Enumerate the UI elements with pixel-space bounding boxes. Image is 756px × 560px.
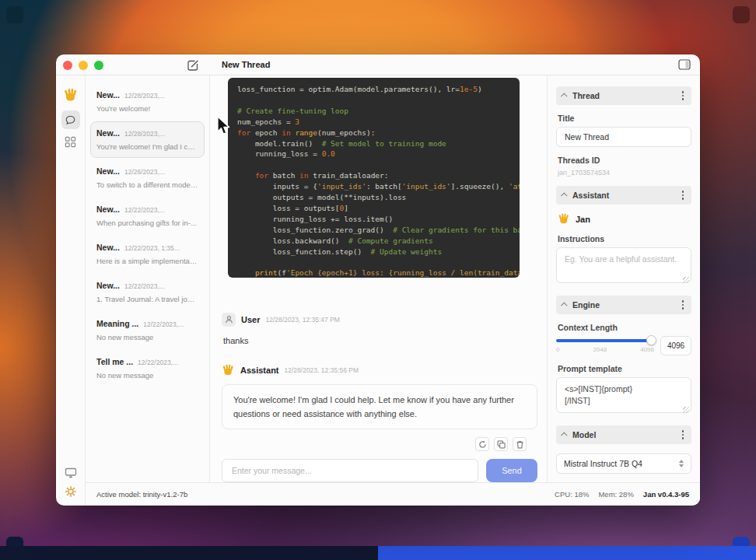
status-bar: Active model: trinity-v1.2-7b CPU: 18% M…: [86, 482, 700, 506]
rail-item-hub[interactable]: [65, 136, 76, 148]
code-line: inputs = {'input_ids': batch['input_ids'…: [237, 181, 520, 192]
slider-handle[interactable]: [646, 335, 656, 345]
wave-hand-icon: [222, 364, 235, 377]
thread-title: New...: [96, 90, 120, 100]
assistant-identity: Jan: [558, 213, 690, 226]
new-thread-button[interactable]: [186, 58, 200, 72]
memory-usage: Mem: 28%: [598, 490, 633, 499]
context-length-value[interactable]: 4096: [660, 336, 691, 355]
settings-panel: Thread Title Threads ID jan_1703574534 A…: [547, 75, 700, 482]
context-length-slider[interactable]: [556, 339, 654, 342]
send-button[interactable]: Send: [486, 459, 537, 482]
prompt-template-textarea[interactable]: <s>[INST]{prompt} [/INST]: [556, 377, 691, 413]
code-line: num_epochs = 3: [237, 117, 520, 128]
copy-button[interactable]: [494, 437, 508, 451]
thread-section-header[interactable]: Thread: [556, 86, 691, 105]
rail-item-settings[interactable]: [65, 485, 77, 498]
chat-area: loss_function = optim.Adam(model.paramet…: [210, 75, 547, 482]
section-title: Thread: [572, 91, 675, 100]
tick-label: 4096: [640, 346, 654, 353]
code-line: for epoch in range(num_epochs):: [237, 128, 520, 138]
thread-list-item[interactable]: New... 12/22/2023, 1:35... Here is a sim…: [90, 236, 205, 272]
monitor-icon: [65, 467, 77, 478]
gear-icon: [65, 485, 77, 498]
prompt-template-wrap: <s>[INST]{prompt} [/INST]: [556, 377, 691, 416]
kebab-menu-icon[interactable]: [681, 299, 686, 311]
apps-grid-icon: [65, 136, 76, 148]
kebab-menu-icon[interactable]: [681, 429, 686, 441]
window-content: New... 12/28/2023,... You're welcome! Ne…: [56, 75, 700, 506]
thread-list-item[interactable]: New... 12/22/2023,... 1. Travel Journal:…: [90, 274, 205, 310]
rail-item-threads[interactable]: [61, 110, 80, 129]
rail-item-system-monitor[interactable]: [65, 467, 77, 478]
thread-list-item[interactable]: New... 12/28/2023,... You're welcome! I'…: [90, 121, 205, 158]
app-window: New Thread: [56, 54, 700, 506]
wallpaper-bottom-blue-strip: [378, 546, 756, 560]
code-line: [237, 95, 520, 106]
active-model-status: Active model: trinity-v1.2-7b: [96, 490, 187, 499]
thread-date: 12/28/2023,...: [124, 92, 165, 100]
chat-bubble-icon: [65, 114, 76, 126]
message-input-row: Send: [222, 459, 537, 482]
thread-title: New...: [96, 205, 120, 214]
window-title: New Thread: [222, 60, 270, 69]
code-line: loss.backward() # Compute gradients: [237, 236, 520, 247]
code-line: running_loss = 0.0: [237, 149, 520, 159]
delete-button[interactable]: [513, 437, 527, 451]
user-avatar-icon: [222, 313, 236, 327]
minimize-window-button[interactable]: [79, 61, 88, 70]
chevron-up-icon: [561, 93, 567, 99]
model-select[interactable]: Mistral Instruct 7B Q4: [556, 453, 691, 474]
wave-hand-icon: [63, 88, 79, 103]
close-window-button[interactable]: [63, 61, 72, 70]
message-input[interactable]: [222, 459, 478, 482]
context-length-control: 0 2048 4096 4096: [556, 336, 691, 355]
thread-list-item[interactable]: Meaning ... 12/22/2023,... No new messag…: [90, 312, 205, 348]
code-line: for batch in train_dataloader:: [237, 170, 520, 181]
thread-title: New...: [96, 128, 120, 138]
zoom-window-button[interactable]: [94, 61, 103, 70]
message-role: Assistant: [240, 366, 279, 375]
message-timestamp: 12/28/2023, 12:35:56 PM: [285, 366, 359, 374]
kebab-menu-icon[interactable]: [681, 189, 686, 201]
kebab-menu-icon[interactable]: [681, 89, 686, 102]
section-title: Assistant: [572, 191, 675, 200]
copy-icon: [497, 440, 506, 449]
assistant-section-header[interactable]: Assistant: [556, 186, 691, 205]
instructions-label: Instructions: [558, 234, 690, 243]
model-section-header[interactable]: Model: [556, 425, 691, 444]
assistant-message-header: Assistant 12/28/2023, 12:35:56 PM: [222, 364, 537, 377]
thread-preview: When purchasing gifts for in-...: [96, 219, 198, 227]
wave-hand-icon: [558, 213, 570, 226]
thread-title: New...: [96, 281, 120, 290]
toggle-right-panel-button[interactable]: [678, 59, 691, 70]
code-line: # Create fine-tuning loop: [237, 106, 520, 117]
thread-list-item[interactable]: New... 12/28/2023,... You're welcome!: [90, 83, 205, 120]
code-line: loss_function.zero_grad() # Clear gradie…: [237, 225, 520, 236]
thread-list-item[interactable]: New... 12/22/2023,... When purchasing gi…: [90, 198, 205, 234]
thread-preview: No new message: [96, 333, 198, 341]
chevron-up-icon: [561, 432, 567, 438]
assistant-name: Jan: [576, 215, 590, 224]
thread-preview: No new message: [96, 371, 198, 380]
thread-date: 12/22/2023,...: [124, 206, 165, 214]
thread-list-item[interactable]: Tell me ... 12/22/2023,... No new messag…: [90, 350, 205, 387]
tick-label: 0: [556, 346, 559, 353]
desktop-wallpaper: New Thread: [0, 0, 756, 560]
regenerate-button[interactable]: [475, 437, 489, 451]
prompt-template-label: Prompt template: [558, 364, 690, 373]
wallpaper-corner: [6, 6, 23, 23]
thread-date: 12/28/2023,...: [124, 130, 165, 138]
engine-section-header[interactable]: Engine: [556, 296, 691, 314]
thread-date: 12/22/2023, 1:35...: [124, 244, 180, 252]
instructions-textarea[interactable]: [556, 247, 691, 283]
thread-preview: You're welcome! I'm glad I cou...: [96, 142, 198, 151]
thread-list-item[interactable]: New... 12/26/2023,... To switch to a dif…: [90, 159, 205, 196]
select-chevrons-icon: [679, 460, 684, 467]
thread-title-input[interactable]: [556, 127, 691, 147]
thread-preview: You're welcome!: [96, 104, 198, 113]
trash-icon: [516, 440, 524, 449]
threads-id-label: Threads ID: [558, 156, 690, 165]
thread-date: 12/22/2023,...: [143, 320, 184, 328]
user-message-header: User 12/28/2023, 12:35:47 PM: [222, 313, 537, 327]
